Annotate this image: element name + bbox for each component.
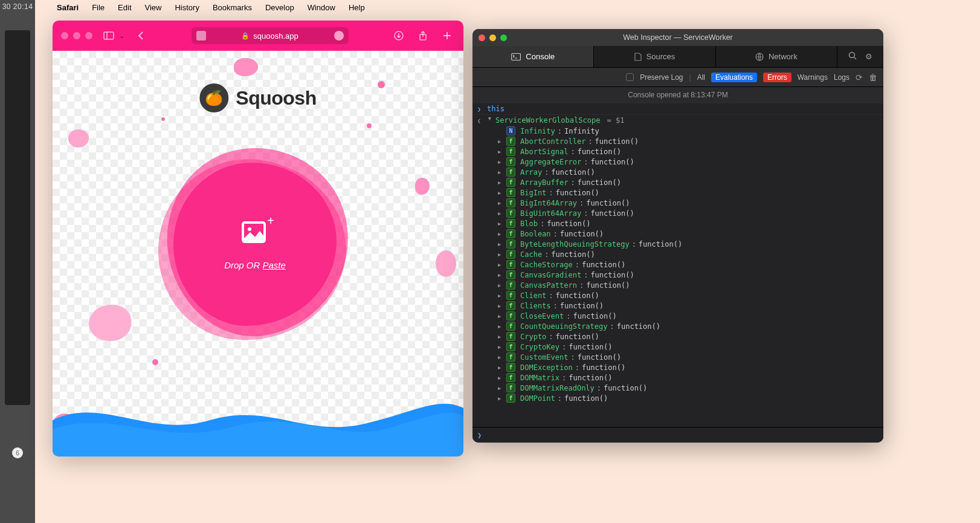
property-name: Blob [520,219,538,228]
filter-evaluations[interactable]: Evaluations [711,73,757,82]
close-button[interactable] [61,32,68,39]
menu-history[interactable]: History [175,3,199,12]
filter-errors[interactable]: Errors [763,73,791,82]
menubar-app-name[interactable]: Safari [57,3,79,12]
menu-view[interactable]: View [145,3,162,12]
reader-button[interactable] [196,31,206,41]
property-name: DOMMatrix [520,374,559,382]
menu-edit[interactable]: Edit [118,3,131,12]
disclosure-triangle-icon[interactable]: ▶ [498,180,504,186]
object-property-row[interactable]: ▶fClient: function() [472,290,883,300]
object-property-row[interactable]: ▶fBoolean: function() [472,229,883,239]
object-property-row[interactable]: ▶fCrypto: function() [472,331,883,342]
tab-network[interactable]: Network [716,46,837,67]
disclosure-triangle-icon[interactable]: ▶ [498,210,504,216]
object-property-row[interactable]: ▶fDOMException: function() [472,362,883,372]
disclosure-triangle-icon[interactable]: ▶ [498,138,504,145]
object-property-row[interactable]: ▶fDOMPoint: function() [472,393,883,403]
object-property-row[interactable]: ▶fCanvasGradient: function() [472,270,883,280]
object-property-row[interactable]: ▶fAbortSignal: function() [472,146,883,157]
tab-console[interactable]: Console [472,46,594,67]
sidebar-chevron-icon[interactable]: ⌄ [119,32,124,40]
back-button[interactable] [133,28,149,44]
disclosure-triangle-icon[interactable]: ▶ [498,354,504,360]
disclosure-triangle-icon[interactable]: ▶ [498,169,504,175]
clear-icon[interactable]: 🗑 [869,73,877,82]
object-property-row[interactable]: ▶fCache: function() [472,249,883,259]
object-property-row[interactable]: ▶fCacheStorage: function() [472,259,883,270]
disclosure-triangle-icon[interactable]: ▶ [498,272,504,278]
object-property-row[interactable]: ▶fBigUint64Array: function() [472,208,883,218]
tab-sources[interactable]: Sources [594,46,715,67]
menu-file[interactable]: File [92,3,105,12]
disclosure-triangle-icon[interactable]: ▶ [498,323,504,330]
filter-warnings[interactable]: Warnings [798,73,828,82]
console-output[interactable]: ❯ this ❮ ▶ ServiceWorkerGlobalScope = $1… [472,103,883,427]
disclosure-triangle-icon[interactable]: ▶ [498,241,504,247]
object-property-row[interactable]: ▶fCryptoKey: function() [472,342,883,352]
disclosure-triangle-icon[interactable]: ▶ [498,252,504,258]
object-property-row[interactable]: ▶fBlob: function() [472,218,883,229]
gear-icon[interactable]: ⚙ [865,52,872,61]
disclosure-triangle-icon[interactable]: ▶ [498,149,504,155]
object-property-row[interactable]: ▶fDOMMatrix: function() [472,372,883,383]
zoom-button[interactable] [85,32,92,39]
new-tab-button[interactable] [439,28,455,44]
menu-develop[interactable]: Develop [265,3,294,12]
menu-bookmarks[interactable]: Bookmarks [213,3,252,12]
disclosure-triangle-icon[interactable]: ▶ [498,200,504,206]
object-property-row[interactable]: ▶fDOMMatrixReadOnly: function() [472,383,883,393]
disclosure-triangle-icon[interactable]: ▶ [498,313,504,319]
disclosure-triangle-icon[interactable]: ▶ [498,190,504,196]
disclosure-triangle-icon[interactable]: ▶ [498,385,504,391]
squoosh-page[interactable]: 🍊 Squoosh + Drop OR Paste [53,51,463,456]
extension-icon[interactable] [334,31,344,41]
disclosure-triangle-icon[interactable]: ▶ [498,303,504,309]
downloads-button[interactable] [391,28,407,44]
paste-link[interactable]: Paste [263,260,286,270]
property-name: Cache [520,250,542,259]
object-property-row[interactable]: ▶fByteLengthQueuingStrategy: function() [472,239,883,249]
disclosure-triangle-icon[interactable]: ▶ [498,365,504,371]
disclosure-triangle-icon[interactable]: ▶ [498,293,504,299]
object-property-row[interactable]: ▶fClients: function() [472,300,883,311]
disclosure-triangle-icon[interactable]: ▶ [498,334,504,340]
menu-help[interactable]: Help [349,3,365,12]
console-result-row[interactable]: ❮ ▶ ServiceWorkerGlobalScope = $1 [472,114,883,126]
disclosure-triangle-icon[interactable]: ▶ [498,262,504,268]
object-property-row[interactable]: ▶fAbortController: function() [472,136,883,146]
object-property-row[interactable]: ▶fArrayBuffer: function() [472,177,883,187]
search-icon[interactable] [848,51,857,62]
disclosure-triangle-icon[interactable]: ▶ [498,221,504,227]
address-bar[interactable]: 🔒 squoosh.app [192,27,349,44]
disclosure-triangle-icon[interactable]: ▶ [498,395,504,401]
disclosure-triangle-icon[interactable]: ▶ [498,344,504,350]
console-prompt[interactable]: ❯ [472,427,883,443]
disclosure-triangle-icon[interactable]: ▶ [498,375,504,381]
object-property-row[interactable]: ▶fArray: function() [472,167,883,177]
object-property-row[interactable]: ▶fAggregateError: function() [472,157,883,167]
drop-zone[interactable]: + Drop OR Paste [158,148,352,341]
menu-window[interactable]: Window [308,3,335,12]
preserve-log-checkbox[interactable] [626,73,634,81]
property-name: Client [520,291,546,300]
object-property-row[interactable]: ▶fCustomEvent: function() [472,352,883,362]
disclosure-triangle-icon[interactable]: ▶ [498,282,504,288]
object-property-row[interactable]: ▶fCanvasPattern: function() [472,280,883,290]
object-property-row[interactable]: ▶fBigInt64Array: function() [472,198,883,208]
share-button[interactable] [415,28,431,44]
strip-thumbnail [5,30,30,405]
sidebar-toggle-button[interactable] [101,28,117,44]
property-name: CanvasPattern [520,281,577,290]
object-property-row[interactable]: N Infinity: Infinity [472,126,883,136]
disclosure-triangle-icon[interactable]: ▶ [498,231,504,237]
object-property-row[interactable]: ▶fCountQueuingStrategy: function() [472,321,883,331]
disclosure-triangle-icon[interactable]: ▶ [487,117,493,123]
object-property-row[interactable]: ▶fCloseEvent: function() [472,311,883,321]
filter-all[interactable]: All [697,73,705,82]
reload-icon[interactable]: ⟳ [856,73,863,82]
filter-logs[interactable]: Logs [834,73,849,82]
disclosure-triangle-icon[interactable]: ▶ [498,159,504,165]
minimize-button[interactable] [73,32,80,39]
object-property-row[interactable]: ▶fBigInt: function() [472,187,883,198]
